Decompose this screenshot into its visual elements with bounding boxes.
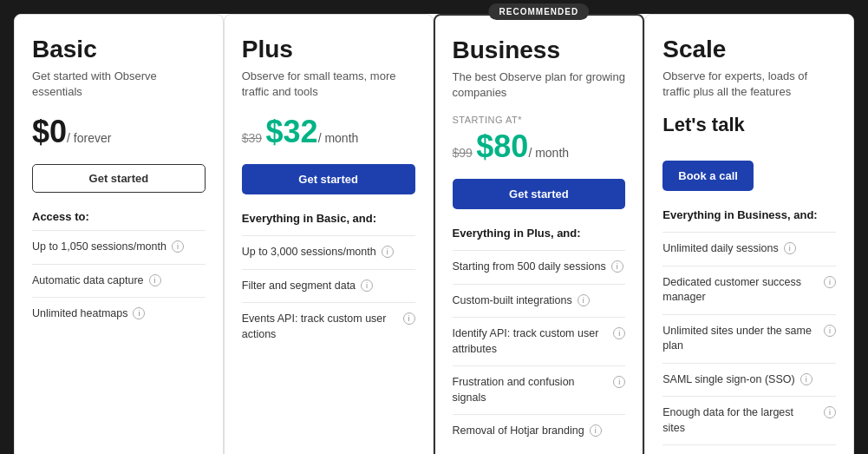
feature-item: Dedicated customer success manager i: [662, 266, 836, 314]
feature-text: Up to 3,000 sessions/month: [242, 245, 376, 260]
info-icon[interactable]: i: [613, 327, 625, 339]
lets-talk: Let's talk: [662, 114, 836, 136]
price-discounted: $32: [266, 114, 318, 149]
price-section-scale: Let's talk: [662, 114, 836, 147]
pricing-table: BasicGet started with Observe essentials…: [14, 14, 854, 454]
info-icon[interactable]: i: [590, 424, 602, 437]
plan-description-plus: Observe for small teams, more traffic an…: [242, 69, 415, 100]
feature-list-basic: Up to 1,050 sessions/month i Automatic d…: [32, 230, 206, 331]
plan-name-business: Business: [453, 36, 626, 64]
feature-item: Removal of Hotjar branding i: [453, 414, 626, 448]
info-icon[interactable]: i: [133, 307, 145, 319]
plan-name-plus: Plus: [242, 36, 415, 63]
price-free: $0/ forever: [32, 114, 111, 149]
feature-item: Filter and segment data i: [242, 269, 415, 303]
info-icon[interactable]: i: [824, 406, 836, 418]
plan-card-plus: PlusObserve for small teams, more traffi…: [224, 14, 434, 454]
recommended-badge: RECOMMENDED: [489, 3, 590, 20]
features-header-plus: Everything in Basic, and:: [242, 212, 415, 225]
price-section-plus: $39 $32/ month: [242, 114, 415, 150]
info-icon[interactable]: i: [149, 274, 161, 286]
feature-text: Filter and segment data: [242, 279, 356, 294]
cta-button-plus[interactable]: Get started: [242, 164, 415, 194]
info-icon[interactable]: i: [784, 242, 796, 254]
price-period: / month: [528, 146, 569, 160]
info-icon[interactable]: i: [800, 373, 813, 385]
info-icon[interactable]: i: [382, 246, 394, 258]
feature-text: Unlimited heatmaps: [32, 306, 127, 322]
feature-item: Custom-built integrations i: [453, 284, 626, 318]
feature-item: Up to 1,050 sessions/month i: [32, 230, 206, 264]
feature-item: Up to 3,000 sessions/month i: [242, 235, 415, 269]
cta-button-business[interactable]: Get started: [453, 179, 626, 209]
plan-card-business: RECOMMENDEDBusinessThe best Observe plan…: [434, 14, 645, 454]
feature-text: Up to 1,050 sessions/month: [32, 240, 166, 255]
feature-item: Full access to every feature i: [662, 444, 836, 454]
feature-text: Custom-built integrations: [453, 293, 572, 309]
info-icon[interactable]: i: [172, 240, 184, 253]
features-header-business: Everything in Plus, and:: [453, 227, 626, 240]
feature-text: Events API: track custom user actions: [242, 312, 398, 342]
feature-text: Dedicated customer success manager: [662, 275, 819, 306]
plan-description-business: The best Observe plan for growing compan…: [453, 69, 626, 101]
feature-item: Unlimited daily sessions i: [662, 232, 836, 266]
price-original: $39: [242, 131, 262, 145]
feature-item: Starting from 500 daily sessions i: [453, 250, 626, 284]
feature-text: Automatic data capture: [32, 273, 144, 289]
feature-text: Frustration and confusion signals: [453, 375, 609, 405]
info-icon[interactable]: i: [613, 376, 625, 388]
price-section-business: STARTING AT*$99 $80/ month: [453, 115, 626, 165]
price-discounted: $80: [476, 128, 528, 164]
info-icon[interactable]: i: [361, 280, 373, 292]
features-header-scale: Everything in Business, and:: [662, 208, 836, 221]
feature-list-plus: Up to 3,000 sessions/month i Filter and …: [242, 235, 415, 351]
info-icon[interactable]: i: [824, 325, 836, 337]
cta-button-scale[interactable]: Book a call: [662, 161, 754, 191]
plan-card-basic: BasicGet started with Observe essentials…: [14, 14, 224, 454]
feature-text: Starting from 500 daily sessions: [453, 260, 606, 275]
feature-text: Identify API: track custom user attribut…: [453, 326, 609, 357]
cta-button-basic[interactable]: Get started: [32, 164, 206, 193]
feature-item: Frustration and confusion signals i: [453, 365, 626, 414]
plan-description-scale: Observe for experts, loads of traffic pl…: [662, 69, 836, 100]
feature-text: Enough data for the largest sites: [662, 405, 819, 436]
feature-item: Automatic data capture i: [32, 264, 206, 298]
feature-item: Events API: track custom user actions i: [242, 302, 415, 351]
plan-card-scale: ScaleObserve for experts, loads of traff…: [644, 14, 854, 454]
price-period: / month: [318, 131, 359, 145]
feature-text: Unlimited daily sessions: [662, 241, 778, 257]
feature-item: Enough data for the largest sites i: [662, 396, 836, 444]
info-icon[interactable]: i: [611, 260, 623, 273]
plan-description-basic: Get started with Observe essentials: [32, 69, 206, 100]
price-section-basic: $0/ forever: [32, 114, 206, 150]
info-icon[interactable]: i: [403, 313, 415, 325]
feature-item: Identify API: track custom user attribut…: [453, 317, 626, 365]
feature-text: SAML single sign-on (SSO): [662, 372, 794, 388]
feature-text: Unlimited sites under the same plan: [662, 324, 819, 354]
price-original: $99: [453, 146, 473, 160]
feature-item: Unlimited heatmaps i: [32, 297, 206, 331]
feature-list-business: Starting from 500 daily sessions i Custo…: [453, 250, 626, 448]
info-icon[interactable]: i: [824, 276, 836, 288]
access-label: Access to:: [32, 210, 206, 223]
feature-item: Unlimited sites under the same plan i: [662, 314, 836, 363]
feature-list-scale: Unlimited daily sessions i Dedicated cus…: [662, 232, 836, 454]
plan-name-basic: Basic: [32, 36, 206, 63]
starting-at-label: STARTING AT*: [453, 115, 626, 125]
feature-item: SAML single sign-on (SSO) i: [662, 363, 836, 397]
info-icon[interactable]: i: [578, 294, 590, 306]
feature-text: Removal of Hotjar branding: [453, 424, 584, 439]
plan-name-scale: Scale: [662, 36, 836, 63]
